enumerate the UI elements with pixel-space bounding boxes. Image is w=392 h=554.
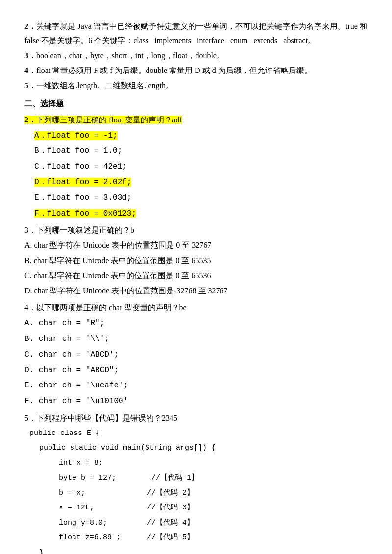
code-line-8: float z=6.89 ; //【代码 5】: [59, 531, 368, 545]
q4-option-c: C. char ch = 'ABCD';: [24, 347, 368, 362]
question-5: 5．下列程序中哪些【代码】是错误的？2345 public class E { …: [24, 411, 368, 554]
q2-option-c: C．float foo = 42e1;: [34, 159, 368, 174]
q4-option-d: D. char ch = ″ABCD″;: [24, 363, 368, 378]
q4-option-f: F. char ch = '\u10100': [24, 394, 368, 409]
interface-keyword: interface: [197, 36, 224, 45]
q4-text: 4．以下哪两项是正确的 char 型变量的声明？be: [24, 301, 368, 315]
code-line-4: byte b = 127; //【代码 1】: [59, 471, 368, 485]
code-line-5: b = x; //【代码 2】: [59, 486, 368, 501]
paragraph-2: 2．关键字就是 Java 语言中已经被赋予特定意义的一些单词，不可以把关键字作为…: [24, 20, 368, 48]
question-2: 2．下列哪三项是正确的 float 变量的声明？adf A．float foo …: [24, 113, 368, 221]
paragraph-4: 4．float 常量必须用 F 或 f 为后缀。double 常量用 D 或 d…: [24, 64, 368, 78]
q4-option-b: B. char ch = '\\';: [24, 332, 368, 346]
q2-option-b: B．float foo = 1.0;: [34, 144, 368, 158]
page-content: 2．关键字就是 Java 语言中已经被赋予特定意义的一些单词，不可以把关键字作为…: [24, 20, 368, 554]
q2-options: A．float foo = -1; B．float foo = 1.0; C．f…: [34, 128, 368, 221]
code-line-9: }: [39, 546, 368, 554]
q2-option-f: F．float foo = 0x0123;: [34, 206, 368, 221]
q3-option-c: C. char 型字符在 Unicode 表中的位置范围是 0 至 65536: [24, 269, 368, 283]
q4-option-e: E. char ch = '\ucafe';: [24, 378, 368, 393]
question-3: 3．下列哪一项叙述是正确的？b A. char 型字符在 Unicode 表中的…: [24, 223, 368, 298]
question-4: 4．以下哪两项是正确的 char 型变量的声明？be A. char ch = …: [24, 301, 368, 409]
q3-option-a: A. char 型字符在 Unicode 表中的位置范围是 0 至 32767: [24, 239, 368, 253]
q5-code: public class E { public static void main…: [29, 427, 368, 554]
section-heading: 二、选择题: [24, 97, 368, 111]
q5-text: 5．下列程序中哪些【代码】是错误的？2345: [24, 411, 368, 426]
q2-option-a: A．float foo = -1;: [34, 128, 368, 143]
q3-text: 3．下列哪一项叙述是正确的？b: [24, 223, 368, 238]
code-line-2: public static void main(String args[]) {: [39, 441, 368, 456]
code-line-7: long y=8.0; //【代码 4】: [59, 516, 368, 530]
q2-text: 2．下列哪三项是正确的 float 变量的声明？adf: [24, 113, 368, 127]
q3-options: A. char 型字符在 Unicode 表中的位置范围是 0 至 32767 …: [24, 239, 368, 298]
q2-option-e: E．float foo = 3.03d;: [34, 191, 368, 205]
code-line-6: x = 12L; //【代码 3】: [59, 501, 368, 515]
paragraph-5: 5．一维数组名.length。二维数组名.length。: [24, 79, 368, 93]
q4-options: A. char ch = ″R″; B. char ch = '\\'; C. …: [24, 316, 368, 409]
paragraph-3: 3．boolean，char，byte，short，int，long，float…: [24, 49, 368, 63]
q2-option-d: D．float foo = 2.02f;: [34, 175, 368, 190]
code-line-3: int x = 8;: [59, 457, 368, 471]
code-line-1: public class E {: [29, 427, 368, 441]
p2-number: 2．: [24, 22, 36, 30]
q3-option-b: B. char 型字符在 Unicode 表中的位置范围是 0 至 65535: [24, 254, 368, 268]
p2-text: 关键字就是 Java 语言中已经被赋予特定意义的一些单词，不可以把关键字作为名字…: [24, 22, 368, 45]
q3-option-d: D. char 型字符在 Unicode 表中的位置范围是-32768 至 32…: [24, 284, 368, 298]
q4-option-a: A. char ch = ″R″;: [24, 316, 368, 331]
